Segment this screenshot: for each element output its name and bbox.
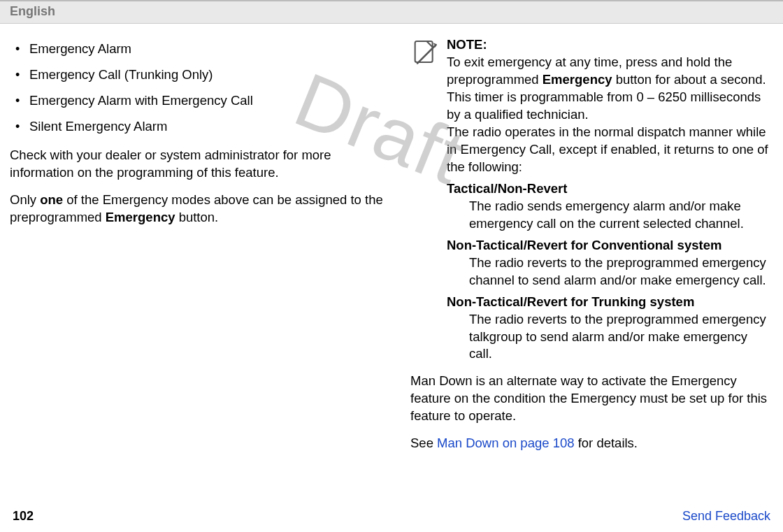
text: button.: [175, 210, 219, 224]
note-body: NOTE: To exit emergency at any time, pre…: [447, 36, 773, 367]
send-feedback-link[interactable]: Send Feedback: [682, 509, 770, 524]
one-mode-paragraph: Only one of the Emergency modes above ca…: [10, 192, 391, 227]
mandown-paragraph: Man Down is an alternate way to activate…: [410, 373, 773, 425]
list-item: Silent Emergency Alarm: [10, 114, 391, 140]
left-column: Emergency Alarm Emergency Call (Trunking…: [10, 36, 391, 462]
dl-term: Non-Tactical/Revert for Conventional sys…: [447, 237, 773, 254]
header-bar: English: [0, 0, 783, 24]
footer: 102 Send Feedback: [0, 509, 783, 524]
emergency-modes-list: Emergency Alarm Emergency Call (Trunking…: [10, 36, 391, 140]
text: for details.: [575, 436, 638, 450]
dl-def: The radio reverts to the preprogrammed e…: [447, 311, 773, 364]
dl-term: Tactical/Non-Revert: [447, 180, 773, 198]
dl-def: The radio sends emergency alarm and/or m…: [447, 198, 773, 233]
right-column: NOTE: To exit emergency at any time, pre…: [410, 36, 773, 462]
text: See: [410, 436, 437, 450]
bold-emergency: Emergency: [543, 72, 612, 87]
note-label: NOTE:: [447, 36, 773, 54]
note-paragraph-1: To exit emergency at any time, press and…: [447, 54, 773, 124]
page-number: 102: [13, 509, 34, 524]
bold-emergency: Emergency: [106, 210, 175, 224]
see-paragraph: See Man Down on page 108 for details.: [410, 435, 773, 452]
list-item: Emergency Alarm with Emergency Call: [10, 88, 391, 114]
list-item: Emergency Call (Trunking Only): [10, 62, 391, 88]
header-language: English: [10, 4, 55, 18]
dl-def: The radio reverts to the preprogrammed e…: [447, 254, 773, 289]
bold-one: one: [40, 192, 63, 207]
note-icon: [410, 38, 438, 66]
list-item: Emergency Alarm: [10, 36, 391, 62]
page-body: Emergency Alarm Emergency Call (Trunking…: [0, 24, 783, 462]
dealer-info-paragraph: Check with your dealer or system adminis…: [10, 147, 391, 182]
note-paragraph-2: The radio operates in the normal dispatc…: [447, 124, 773, 176]
man-down-link[interactable]: Man Down on page 108: [437, 436, 574, 450]
note-block: NOTE: To exit emergency at any time, pre…: [410, 36, 773, 367]
definition-list: Tactical/Non-Revert The radio sends emer…: [447, 180, 773, 364]
text: Only: [10, 192, 40, 207]
dl-term: Non-Tactical/Revert for Trunking system: [447, 294, 773, 311]
